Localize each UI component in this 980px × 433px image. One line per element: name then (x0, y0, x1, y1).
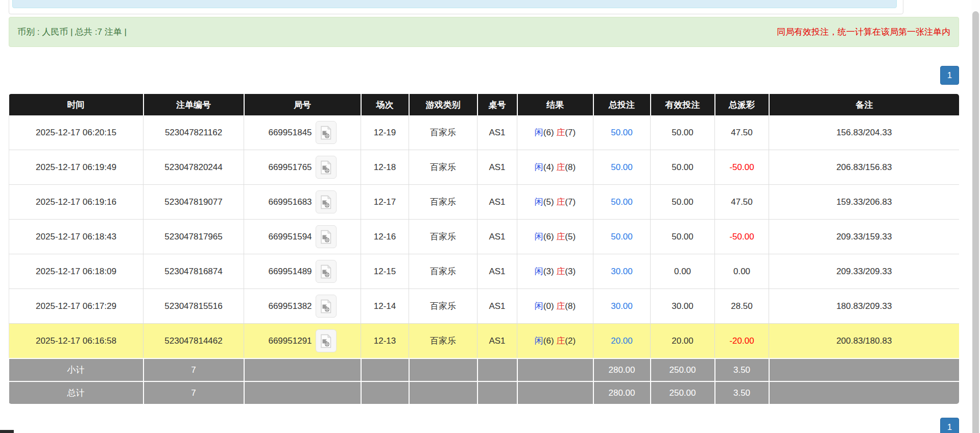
banker-label: 庄 (556, 336, 565, 346)
cell-bet-id: 523047817965 (144, 220, 244, 254)
cell-game-type: 百家乐 (409, 289, 477, 324)
banker-label: 庄 (556, 232, 565, 242)
banker-score: (7) (565, 128, 576, 137)
cell-table-no: AS1 (477, 220, 517, 254)
header-time: 时间 (9, 94, 144, 115)
total-bet-link[interactable]: 50.00 (611, 162, 633, 172)
replay-video-button[interactable] (316, 156, 337, 179)
cell-session: 12-19 (361, 115, 409, 150)
cell-bet-id: 523047820244 (144, 150, 244, 185)
replay-video-button[interactable] (316, 121, 337, 144)
page-1-button-bottom[interactable]: 1 (940, 418, 959, 433)
banker-score: (7) (565, 197, 576, 207)
cell-table-no: AS1 (477, 324, 517, 359)
total-bet-link[interactable]: 30.00 (611, 267, 633, 276)
cell-game-type: 百家乐 (409, 324, 477, 359)
cell-payout: 47.50 (715, 115, 769, 150)
replay-video-button[interactable] (316, 190, 337, 213)
video-file-icon (320, 160, 332, 175)
cell-payout: 28.50 (715, 289, 769, 324)
video-file-icon (320, 334, 332, 348)
cell-remark: 159.33/206.83 (769, 185, 960, 220)
payout-value: 28.50 (731, 301, 753, 311)
info-alert-strip (12, 0, 897, 8)
total-bet-link[interactable]: 50.00 (611, 197, 633, 207)
cell-valid-bet: 50.00 (651, 185, 715, 220)
cell-table-no: AS1 (477, 115, 517, 150)
cell-bet-id: 523047821162 (144, 115, 244, 150)
cell-round-no: 669951765 (244, 150, 361, 185)
banker-score: (2) (565, 336, 576, 346)
total-bet-link[interactable]: 20.00 (611, 336, 633, 346)
cell-remark: 200.83/180.83 (769, 324, 960, 359)
subtotal-row: 小计 7 280.00 250.00 3.50 (9, 358, 960, 381)
cell-session: 12-14 (361, 289, 409, 324)
cell-game-type: 百家乐 (409, 185, 477, 220)
header-remark: 备注 (769, 94, 960, 115)
header-round-no: 局号 (244, 94, 361, 115)
cell-game-type: 百家乐 (409, 220, 477, 254)
header-table-no: 桌号 (477, 94, 517, 115)
table-row: 2025-12-17 06:18:43 523047817965 6699515… (9, 220, 960, 254)
cell-total-bet: 30.00 (593, 289, 651, 324)
video-file-icon (320, 264, 332, 279)
player-label: 闲 (535, 232, 543, 242)
pagination-top: 1 (940, 66, 959, 85)
replay-video-button[interactable] (316, 295, 337, 318)
player-label: 闲 (535, 336, 543, 346)
total-bet-link[interactable]: 50.00 (611, 232, 633, 242)
total-bet-link[interactable]: 50.00 (611, 128, 633, 137)
cell-time: 2025-12-17 06:19:16 (9, 185, 144, 220)
cell-payout: -20.00 (715, 324, 769, 359)
player-score: (6) (543, 232, 554, 242)
table-row: 2025-12-17 06:16:58 523047814462 6699512… (9, 324, 960, 359)
cell-valid-bet: 20.00 (651, 324, 715, 359)
banker-label: 庄 (556, 197, 565, 207)
replay-video-button[interactable] (316, 260, 337, 283)
summary-bar: 币别 : 人民币 | 总共 :7 注单 | 同局有效投注，统一计算在该局第一张注… (9, 17, 959, 47)
video-file-icon (320, 299, 332, 314)
player-score: (3) (543, 267, 554, 276)
replay-video-button[interactable] (316, 329, 337, 352)
vertical-scrollbar[interactable] (971, 0, 980, 433)
replay-video-button[interactable] (316, 225, 337, 248)
payout-value: 47.50 (731, 197, 753, 207)
cell-bet-id: 523047819077 (144, 185, 244, 220)
payout-value: -20.00 (729, 336, 754, 346)
cell-time: 2025-12-17 06:18:09 (9, 254, 144, 289)
cell-valid-bet: 50.00 (651, 150, 715, 185)
cell-result: 闲(3) 庄(3) (517, 254, 593, 289)
cell-table-no: AS1 (477, 254, 517, 289)
cell-session: 12-16 (361, 220, 409, 254)
cell-remark: 209.33/159.33 (769, 220, 960, 254)
round-number: 669951845 (268, 128, 312, 138)
cell-table-no: AS1 (477, 289, 517, 324)
page-1-button[interactable]: 1 (940, 66, 959, 85)
cell-time: 2025-12-17 06:20:15 (9, 115, 144, 150)
table-row: 2025-12-17 06:19:49 523047820244 6699517… (9, 150, 960, 185)
banker-score: (8) (565, 162, 576, 172)
banker-label: 庄 (556, 162, 565, 172)
header-result: 结果 (517, 94, 593, 115)
cell-session: 12-18 (361, 150, 409, 185)
cell-round-no: 669951489 (244, 254, 361, 289)
round-number: 669951683 (268, 197, 312, 207)
total-count: 7 (144, 381, 244, 404)
player-score: (6) (543, 336, 554, 346)
player-score: (4) (543, 162, 554, 172)
currency-summary-text: 币别 : 人民币 | 总共 :7 注单 | (17, 26, 127, 38)
cell-result: 闲(6) 庄(7) (517, 115, 593, 150)
table-row: 2025-12-17 06:20:15 523047821162 6699518… (9, 115, 960, 150)
banker-label: 庄 (556, 301, 565, 311)
total-row: 总计 7 280.00 250.00 3.50 (9, 381, 960, 404)
total-bet-link[interactable]: 30.00 (611, 301, 633, 311)
video-file-icon (320, 126, 332, 140)
vertical-scrollbar-thumb[interactable] (972, 11, 979, 433)
cell-result: 闲(4) 庄(8) (517, 150, 593, 185)
cell-result: 闲(5) 庄(7) (517, 185, 593, 220)
banker-label: 庄 (556, 128, 565, 137)
header-total-bet: 总投注 (593, 94, 651, 115)
horizontal-scrollbar-stub[interactable] (0, 430, 14, 433)
cell-round-no: 669951291 (244, 324, 361, 359)
cell-time: 2025-12-17 06:18:43 (9, 220, 144, 254)
